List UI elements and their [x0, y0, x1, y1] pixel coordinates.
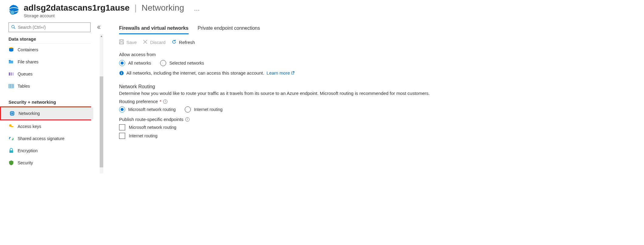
sidebar-item-encryption[interactable]: Encryption — [9, 145, 91, 157]
sidebar-group-security-networking: Security + networking — [9, 97, 91, 106]
svg-rect-8 — [9, 60, 11, 61]
learn-more-link[interactable]: Learn more — [267, 70, 295, 76]
globe-icon — [9, 111, 15, 116]
more-actions-button[interactable]: … — [194, 5, 200, 12]
checkbox-ms-routing[interactable]: Microsoft network routing — [119, 124, 635, 130]
sidebar-scrollbar[interactable]: ▲ — [100, 34, 103, 173]
svg-rect-12 — [9, 84, 14, 88]
sidebar-item-containers[interactable]: Containers — [9, 44, 91, 56]
svg-rect-11 — [12, 72, 14, 76]
svg-rect-10 — [11, 72, 12, 76]
svg-point-17 — [10, 111, 15, 116]
save-label: Save — [126, 40, 137, 45]
network-routing-title: Network Routing — [119, 84, 635, 89]
radio-icon — [160, 60, 166, 66]
command-bar: Save Discard Refresh — [119, 39, 635, 45]
radio-icon — [119, 106, 125, 112]
sidebar-item-tables[interactable]: Tables — [9, 80, 91, 92]
sidebar-item-label: Containers — [18, 47, 38, 52]
allow-access-label: Allow access from — [119, 52, 635, 57]
discard-label: Discard — [150, 40, 166, 45]
info-text: All networks, including the internet, ca… — [126, 70, 264, 76]
sidebar-item-label: File shares — [18, 59, 38, 64]
discard-icon — [143, 39, 148, 45]
refresh-button[interactable]: Refresh — [172, 39, 195, 45]
sidebar-group-data-storage: Data storage — [9, 34, 91, 44]
routing-preference-label: Routing preference — [119, 99, 158, 104]
blade-title: Networking — [142, 3, 184, 13]
title-separator: | — [133, 3, 138, 13]
help-icon[interactable]: i — [163, 99, 167, 104]
page-header: adlsg2datascans1rg1ause | Networking … S… — [0, 0, 644, 20]
checkbox-label: Microsoft network routing — [129, 125, 176, 130]
container-icon — [9, 47, 14, 52]
info-message: All networks, including the internet, ca… — [119, 70, 635, 76]
search-input-wrapper[interactable] — [9, 22, 91, 32]
svg-rect-21 — [11, 126, 13, 127]
scrollbar-thumb[interactable] — [100, 76, 103, 167]
checkbox-internet-routing[interactable]: Internet routing — [119, 133, 635, 139]
table-icon — [9, 83, 14, 89]
sidebar-item-label: Security — [18, 160, 33, 165]
radio-label: Internet routing — [194, 107, 222, 112]
publish-endpoints-label: Publish route-specific endpoints — [119, 117, 183, 122]
svg-line-5 — [14, 27, 15, 29]
radio-label: Selected networks — [169, 61, 204, 65]
service-type-label: Storage account — [24, 13, 200, 18]
sidebar-item-access-keys[interactable]: Access keys — [9, 120, 91, 133]
svg-rect-22 — [9, 150, 13, 153]
sidebar-item-label: Networking — [19, 111, 40, 116]
svg-rect-30 — [121, 72, 122, 72]
save-button[interactable]: Save — [119, 39, 137, 45]
svg-rect-7 — [9, 61, 13, 63]
radio-label: Microsoft network routing — [128, 107, 176, 112]
info-icon — [119, 71, 124, 76]
discard-button[interactable]: Discard — [143, 39, 166, 45]
sidebar-item-label: Access keys — [18, 124, 41, 129]
radio-icon — [185, 106, 191, 112]
radio-internet-routing[interactable]: Internet routing — [185, 106, 222, 112]
svg-rect-25 — [120, 42, 123, 44]
radio-selected-networks[interactable]: Selected networks — [160, 60, 204, 66]
required-indicator: * — [160, 99, 162, 104]
main-content: Firewalls and virtual networks Private e… — [103, 20, 644, 175]
save-icon — [119, 39, 124, 45]
learn-more-label: Learn more — [267, 70, 290, 76]
sidebar-item-label: Tables — [18, 84, 30, 89]
refresh-icon — [172, 39, 176, 45]
queue-icon — [9, 71, 14, 77]
sidebar-item-queues[interactable]: Queues — [9, 68, 91, 80]
collapse-sidebar-button[interactable] — [95, 24, 102, 31]
radio-label: All networks — [128, 61, 151, 65]
checkbox-icon — [119, 133, 125, 139]
sidebar-item-shared-access-signature[interactable]: Shared access signature — [9, 133, 91, 145]
svg-rect-9 — [9, 72, 10, 76]
resource-title: adlsg2datascans1rg1ause — [24, 3, 130, 13]
tab-private-endpoints[interactable]: Private endpoint connections — [198, 23, 260, 34]
tab-firewalls-vnets[interactable]: Firewalls and virtual networks — [119, 23, 189, 34]
key-icon — [9, 124, 14, 129]
sidebar-item-file-shares[interactable]: File shares — [9, 56, 91, 68]
help-icon[interactable]: i — [185, 117, 190, 122]
sidebar-nav: Data storage Containers File shares Queu… — [0, 34, 91, 175]
svg-rect-24 — [120, 40, 123, 41]
search-icon — [11, 25, 15, 30]
tab-strip: Firewalls and virtual networks Private e… — [119, 23, 635, 34]
checkbox-icon — [119, 124, 125, 130]
refresh-label: Refresh — [179, 40, 195, 45]
sidebar-item-label: Encryption — [18, 148, 38, 153]
svg-rect-29 — [121, 73, 122, 74]
link-icon — [9, 136, 14, 141]
radio-icon — [119, 60, 125, 66]
radio-all-networks[interactable]: All networks — [119, 60, 151, 66]
radio-microsoft-routing[interactable]: Microsoft network routing — [119, 106, 176, 112]
shield-icon — [9, 160, 14, 166]
checkbox-label: Internet routing — [129, 133, 157, 138]
lock-icon — [9, 148, 14, 153]
search-input[interactable] — [18, 25, 88, 30]
sidebar-item-security[interactable]: Security — [9, 157, 91, 169]
svg-line-32 — [293, 72, 294, 73]
sidebar-item-networking[interactable]: Networking — [1, 107, 93, 119]
sidebar-item-label: Queues — [18, 72, 33, 76]
folder-share-icon — [9, 59, 14, 65]
